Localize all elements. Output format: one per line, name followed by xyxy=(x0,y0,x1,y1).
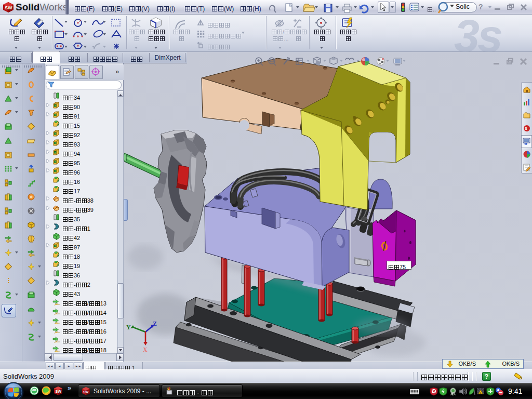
svg-text:SW: SW xyxy=(5,5,12,10)
svg-text:SW: SW xyxy=(83,390,89,394)
svg-text:SW: SW xyxy=(56,390,62,393)
svg-text:Y: Y xyxy=(126,324,131,331)
svg-text:Z: Z xyxy=(153,320,157,327)
svg-text:X: X xyxy=(143,346,148,353)
svg-text:S: S xyxy=(525,127,527,130)
